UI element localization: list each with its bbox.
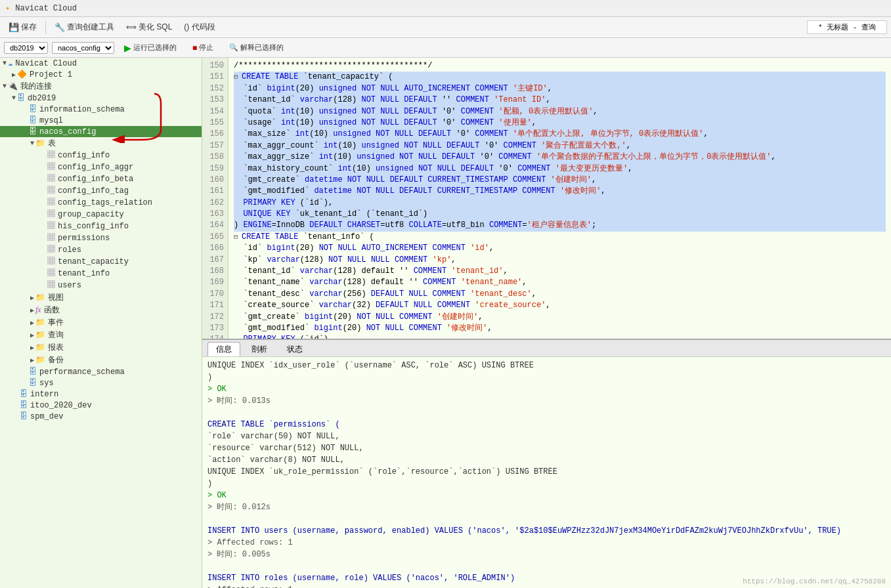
watermark: https://blog.csdn.net/qq_42758288 (743, 578, 886, 585)
sidebar-label: 我的连接 (20, 81, 52, 92)
sidebar-item-spm-dev[interactable]: 🗄spm_dev (0, 411, 202, 422)
svg-rect-0 (47, 150, 55, 158)
sidebar-item-tables-folder[interactable]: ▼📁表 (0, 137, 202, 150)
sidebar-item-events-folder[interactable]: ▶📁事件 (0, 316, 202, 329)
sidebar-item-itoo-2020-dev[interactable]: 🗄itoo_2020_dev (0, 400, 202, 411)
sidebar-item-information-schema[interactable]: 🗄information_schema (0, 104, 202, 115)
sidebar-item-config-info-tag[interactable]: config_info_tag (0, 185, 202, 197)
sidebar-label: roles (58, 245, 81, 255)
db-select[interactable]: db2019 (4, 42, 48, 54)
table-icon (47, 209, 55, 220)
run-selected-button[interactable]: ▶ 运行已选择的 (118, 41, 183, 55)
code-line: ) ENGINE=InnoDB DEFAULT CHARSET=utf8 COL… (234, 220, 886, 231)
sidebar-item-backup-folder[interactable]: ▶📁备份 (0, 354, 202, 366)
save-button[interactable]: 💾 保存 (4, 20, 41, 35)
code-line: `max_size` int(10) unsigned NOT NULL DEF… (234, 129, 886, 140)
svg-rect-10 (47, 174, 55, 182)
sidebar-item-config-info-aggr[interactable]: config_info_aggr (0, 161, 202, 173)
sidebar-item-tenant-info[interactable]: tenant_info (0, 268, 202, 280)
line-number: 168 (206, 266, 224, 277)
svg-rect-55 (47, 280, 55, 288)
code-line: /***************************************… (234, 60, 886, 72)
line-number: 151 (206, 72, 224, 83)
tab-profiling[interactable]: 剖析 (243, 342, 276, 356)
schema-select[interactable]: nacos_config (52, 42, 114, 54)
expand-icon: ▶ (12, 71, 16, 79)
db-icon: 🗄 (20, 389, 28, 399)
beautify-button[interactable]: ⟺ 美化 SQL (121, 20, 177, 35)
line-number: 166 (206, 243, 224, 254)
sidebar-item-config-info[interactable]: config_info (0, 150, 202, 161)
code-line: UNIQUE KEY `uk_tenant_id` (`tenant_id`) (234, 209, 886, 220)
query-builder-button[interactable]: 🔧 查询创建工具 (50, 20, 119, 35)
sidebar-item-sys[interactable]: 🗄sys (0, 377, 202, 388)
line-number: 155 (206, 117, 224, 129)
sidebar-item-performance-schema[interactable]: 🗄performance_schema (0, 366, 202, 377)
sidebar-item-users[interactable]: users (0, 280, 202, 291)
query-area: 1501511521531541551561571581591601611621… (202, 58, 891, 339)
bottom-line: ) (207, 478, 886, 490)
tab-status[interactable]: 状态 (278, 342, 311, 356)
folder-icon: 📁 (35, 330, 45, 340)
code-content[interactable]: /***************************************… (228, 58, 891, 339)
svg-rect-25 (47, 209, 55, 217)
cloud-icon: ☁ (8, 58, 12, 68)
bottom-line (207, 513, 886, 525)
db-small-icon: 🗄 (29, 116, 37, 125)
sidebar-item-roles[interactable]: roles (0, 244, 202, 256)
sidebar-item-group-capacity[interactable]: group_capacity (0, 209, 202, 220)
sidebar-item-mysql[interactable]: 🗄mysql (0, 115, 202, 126)
sidebar-item-config-tags-relation[interactable]: config_tags_relation (0, 197, 202, 209)
app-title: Navicat Cloud (15, 4, 77, 13)
bottom-content[interactable]: UNIQUE INDEX `idx_user_role` (`username`… (202, 357, 891, 588)
sidebar-item-my-connection[interactable]: ▼🔌我的连接 (0, 80, 202, 93)
stop-button[interactable]: ■ 停止 (186, 41, 219, 54)
code-snippet-button[interactable]: () 代码段 (179, 20, 219, 35)
sidebar-label: db2019 (28, 94, 56, 103)
sidebar-item-views-folder[interactable]: ▶📁视图 (0, 291, 202, 304)
code-line: `quota` int(10) unsigned NOT NULL DEFAUL… (234, 106, 886, 117)
sidebar-label: Project 1 (30, 70, 72, 79)
sidebar-item-reports-folder[interactable]: ▶📁报表 (0, 341, 202, 354)
sidebar-item-nacos-config[interactable]: 🗄nacos_config (0, 126, 202, 137)
sidebar-label: 事件 (48, 317, 64, 328)
code-line: `gmt_modified` datetime NOT NULL DEFAULT… (234, 186, 886, 197)
line-number: 172 (206, 312, 224, 323)
top-bar: ✦ Navicat Cloud (0, 0, 891, 17)
sidebar-item-his-config-info[interactable]: his_config_info (0, 220, 202, 232)
db-small-icon: 🗄 (29, 367, 37, 377)
table-icon (47, 268, 55, 279)
table-icon (47, 280, 55, 291)
code-line: `max_history_count` int(10) unsigned NOT… (234, 163, 886, 175)
sidebar-item-permissions[interactable]: permissions (0, 232, 202, 244)
table-icon (47, 245, 55, 255)
sidebar-item-funcs-folder[interactable]: ▶fx函数 (0, 304, 202, 316)
table-icon (47, 150, 55, 161)
sidebar-item-config-info-beta[interactable]: config_info_beta (0, 173, 202, 185)
sidebar-item-navicat-cloud[interactable]: ▼☁Navicat Cloud (0, 58, 202, 69)
explain-button[interactable]: 🔍 解释已选择的 (223, 41, 290, 54)
sidebar-item-db2019[interactable]: ▼🗄db2019 (0, 93, 202, 104)
collapse-icon[interactable]: ⊟ (234, 74, 242, 81)
sidebar-label: Navicat Cloud (15, 59, 77, 68)
line-number: 167 (206, 255, 224, 266)
sidebar-item-intern[interactable]: 🗄intern (0, 388, 202, 400)
toolbar-separator (45, 21, 46, 34)
table-icon (47, 174, 55, 184)
tab-title-area: * 无标题 - 查询 (807, 20, 887, 34)
sidebar-item-tenant-capacity[interactable]: tenant_capacity (0, 256, 202, 268)
code-line: PRIMARY KEY (`id`), (234, 198, 886, 209)
bottom-line: UNIQUE INDEX `uk_role_permission` (`role… (207, 466, 886, 478)
sidebar-label: 查询 (48, 329, 64, 341)
svg-rect-35 (47, 233, 55, 241)
tab-info[interactable]: 信息 (207, 342, 240, 356)
code-line: `tenant_name` varchar(128) default '' CO… (234, 277, 886, 288)
sidebar-item-queries-folder[interactable]: ▶📁查询 (0, 329, 202, 341)
sidebar-item-project1[interactable]: ▶🔶Project 1 (0, 69, 202, 80)
line-number: 152 (206, 83, 224, 94)
second-toolbar: db2019 nacos_config ▶ 运行已选择的 ■ 停止 🔍 解释已选… (0, 38, 891, 58)
app-icon: ✦ (5, 3, 10, 13)
sidebar-label: 备份 (48, 354, 64, 366)
collapse-icon[interactable]: ⊟ (234, 234, 242, 241)
expand-icon: ▼ (12, 94, 16, 102)
